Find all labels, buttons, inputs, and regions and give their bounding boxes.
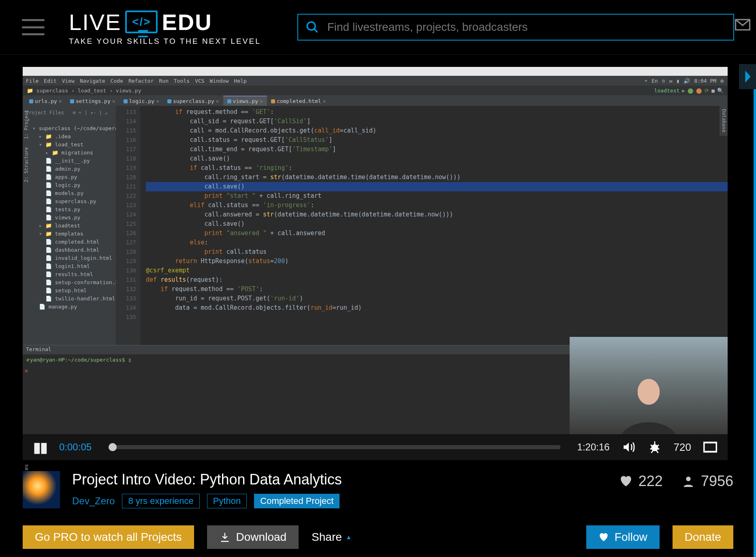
ide-terminal: Terminal ＋ ✕ ryan@ryan-HP:~/code/supercl… — [23, 345, 728, 434]
mail-tray-icon: ✉ — [669, 78, 673, 84]
breadcrumb-segment: › load_test — [71, 88, 106, 94]
editor-tab: urls.py × — [25, 96, 66, 106]
quality-selector[interactable]: 720 — [674, 441, 691, 454]
coverage-icon: ⬤ — [696, 88, 702, 94]
tree-item: 📄 completed.html — [24, 238, 114, 246]
messages-icon[interactable] — [735, 19, 750, 31]
terminal-close-icon: ✕ — [24, 367, 31, 375]
editor-tabs: urls.py ×settings.py ×logic.py ×supercla… — [23, 95, 728, 106]
video-meta-row: Project Intro Video: Python Data Analyti… — [23, 471, 733, 508]
search-input[interactable] — [327, 21, 726, 34]
ide-menu-item: File — [26, 78, 38, 84]
battery-icon: ▮ — [677, 78, 680, 84]
creator-link[interactable]: Dev_Zero — [72, 495, 115, 507]
ide-search-icon: 🔍 — [717, 88, 724, 94]
seek-knob[interactable] — [109, 443, 117, 451]
download-button[interactable]: Download — [207, 525, 299, 549]
chat-collapse-bar[interactable] — [754, 89, 756, 557]
tree-item: 📄 tests.py — [24, 206, 114, 214]
webcam-overlay — [570, 337, 728, 434]
ide-menu-item: Refactor — [128, 78, 154, 84]
ide-menu-item: Navigate — [80, 78, 105, 84]
caret-up-icon: ▲ — [346, 534, 352, 540]
presenter-face — [608, 357, 689, 434]
ide-right-tool-tab: Database — [720, 106, 728, 136]
heart-icon[interactable] — [619, 474, 633, 488]
terminal-add-icon: ＋ — [24, 356, 31, 364]
ide-menu-item: VCS — [195, 78, 204, 84]
fullscreen-icon[interactable] — [703, 440, 717, 454]
go-pro-button[interactable]: Go PRO to watch all Projects — [23, 525, 194, 549]
project-tree-header: Project Files ⊕ ÷ | ✦· | ↙ ⤢ — [24, 108, 114, 124]
project-root: superclass (~/code/superclass) — [24, 124, 114, 133]
ide-menu-item: View — [62, 78, 75, 84]
ide-left-tool-tabs: 1: Project2: StructureFavorites — [23, 106, 32, 186]
ide-menu-item: Run — [159, 78, 169, 84]
volume-tray-icon: 🔊 — [683, 78, 690, 84]
tree-item: 📄 models.py — [24, 189, 114, 197]
logo-tagline: TAKE YOUR SKILLS TO THE NEXT LEVEL — [69, 37, 261, 46]
tree-item: 📄 views.py — [24, 214, 114, 222]
system-tray: ⌔ En ⎋ ✉ ▮ 🔊 8:04 PM ⚙ — [644, 78, 724, 84]
video-stats: 222 7956 — [619, 473, 733, 490]
chat-collapse-toggle[interactable] — [739, 64, 756, 89]
stop-icon: ■ — [711, 88, 715, 94]
project-tree: Project Files ⊕ ÷ | ✦· | ↙ ⤢ superclass … — [23, 106, 116, 345]
chevron-right-icon — [743, 71, 752, 83]
tag-status[interactable]: Completed Project — [254, 494, 340, 508]
top-bar: LIVE </> EDU TAKE YOUR SKILLS TO THE NEX… — [0, 0, 756, 55]
project-thumbnail[interactable] — [23, 471, 60, 508]
ide-menu-item: Help — [234, 78, 247, 84]
system-clock: 8:04 PM — [694, 78, 716, 84]
ide-menu-item: Edit — [44, 78, 56, 84]
tag-language[interactable]: Python — [207, 494, 247, 508]
heart-follow-icon — [598, 532, 609, 542]
tree-item: 📄 superclass.py — [24, 197, 114, 206]
svg-point-0 — [307, 22, 315, 30]
ide-breadcrumb: 📁 superclass› load_test› views.py loadte… — [23, 86, 728, 95]
likes-count: 222 — [639, 473, 663, 490]
editor-tab: logic.py × — [120, 96, 163, 106]
svg-rect-4 — [704, 443, 716, 452]
ide-menu-item: Tools — [174, 78, 190, 84]
tree-item: 📄 invalid_login.html — [24, 254, 114, 262]
tree-item: 📄 dashboard.html — [24, 246, 114, 254]
volume-icon[interactable] — [622, 440, 636, 454]
tree-item: 📄 __init__.py — [24, 157, 114, 165]
tree-item: 📁 loadtest — [24, 222, 114, 230]
tree-item: 📄 setup.html — [24, 287, 114, 295]
search-box[interactable] — [297, 14, 734, 41]
tag-experience[interactable]: 8 yrs experience — [122, 494, 199, 508]
viewers-icon — [681, 474, 695, 488]
ide-menu-item: Code — [111, 78, 123, 84]
hamburger-menu-button[interactable] — [22, 19, 45, 35]
site-logo[interactable]: LIVE </> EDU TAKE YOUR SKILLS TO THE NEX… — [69, 9, 261, 46]
code-editor: 1131141151161171181191201211221231241251… — [116, 106, 728, 345]
ide-menu-item: Window — [210, 78, 229, 84]
wifi-icon: ⌔ — [644, 78, 647, 84]
share-menu[interactable]: Share ▲ — [312, 531, 352, 544]
download-icon — [219, 531, 231, 543]
video-controls: ▮▮ 0:00:05 1:20:16 720 — [23, 434, 728, 460]
seek-bar[interactable] — [109, 445, 560, 449]
lang-indicator: En — [651, 78, 658, 84]
tree-item: 📁 templates — [24, 230, 114, 238]
video-content-ide: FileEditViewNavigateCodeRefactorRunTools… — [23, 67, 728, 434]
run-config-label: loadtest — [654, 88, 680, 94]
video-stage: FileEditViewNavigateCodeRefactorRunTools… — [23, 67, 728, 460]
tree-item: 📄 apps.py — [24, 173, 114, 181]
bug-report-icon[interactable] — [648, 440, 662, 454]
tree-item: 📁 .idea — [24, 133, 114, 141]
pause-button[interactable]: ▮▮ — [33, 439, 47, 455]
editor-tab: settings.py × — [66, 96, 120, 106]
rerun-icon: ⟳ — [705, 88, 709, 94]
svg-point-3 — [651, 444, 658, 451]
editor-tab: completed.html × — [267, 96, 330, 106]
donate-button[interactable]: Donate — [673, 525, 733, 549]
tree-item: 📄 login1.html — [24, 262, 114, 270]
logo-text-live: LIVE — [69, 9, 121, 35]
svg-line-1 — [314, 29, 318, 32]
follow-button[interactable]: Follow — [586, 525, 660, 549]
tree-item: 📄 admin.py — [24, 165, 114, 173]
settings-gear-icon: ⚙ — [720, 78, 724, 84]
